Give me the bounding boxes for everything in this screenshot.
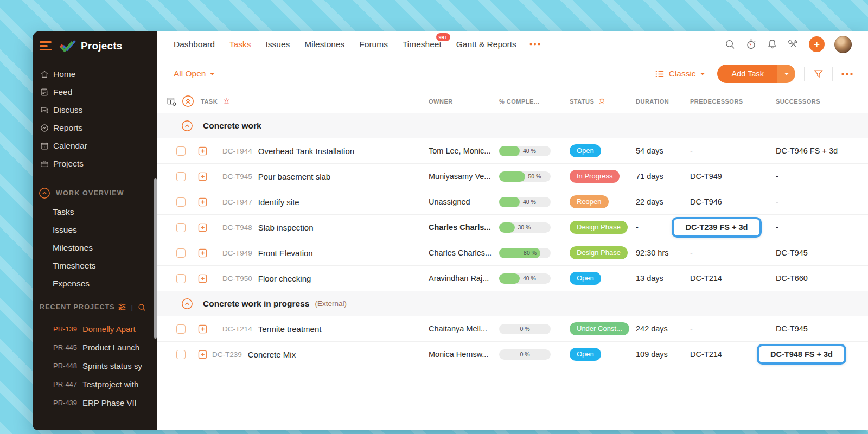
work-overview-item-timesheets[interactable]: Timesheets <box>33 257 157 275</box>
sidebar-item-reports[interactable]: Reports <box>33 119 157 137</box>
work-overview-header[interactable]: WORK OVERVIEW <box>33 186 157 201</box>
sort-sliders-icon[interactable] <box>117 302 127 312</box>
sidebar-item-feed[interactable]: Feed <box>33 83 157 101</box>
recent-project-pr-445[interactable]: PR-445 Product Launch <box>33 338 157 356</box>
project-search-icon[interactable] <box>137 303 146 312</box>
task-name[interactable]: Front Elevation <box>258 248 313 258</box>
expand-subtasks-icon[interactable] <box>198 350 207 359</box>
task-row-dc-t949[interactable]: DC-T949 Front Elevation Charles Charles.… <box>157 240 868 266</box>
column-settings-icon[interactable] <box>166 96 177 107</box>
sidebar-item-discuss[interactable]: Discuss <box>33 101 157 119</box>
task-owner[interactable]: Aravindhan Raj... <box>429 274 499 283</box>
work-overview-item-expenses[interactable]: Expenses <box>33 275 157 292</box>
sidebar-item-calendar[interactable]: Calendar <box>33 137 157 155</box>
status-badge[interactable]: In Progress <box>570 170 620 183</box>
task-name[interactable]: Slab inspection <box>258 223 314 232</box>
predecessor-value[interactable]: DC-T239 FS + 3d <box>672 217 762 238</box>
task-checkbox[interactable] <box>176 350 186 359</box>
task-row-dc-t948[interactable]: DC-T948 Slab inspection Charles Charls..… <box>157 215 868 240</box>
successor-value[interactable]: - <box>776 197 778 206</box>
task-row-dc-t944[interactable]: DC-T944 Overhead Tank Installation Tom L… <box>157 138 868 164</box>
status-badge[interactable]: Under Const... <box>570 322 629 335</box>
collapse-all-icon[interactable] <box>182 95 194 107</box>
sidebar-scrollbar[interactable] <box>154 178 157 339</box>
more-options-icon[interactable] <box>841 73 853 75</box>
status-badge[interactable]: Open <box>570 348 601 361</box>
expand-subtasks-icon[interactable] <box>198 248 207 258</box>
status-badge[interactable]: Design Phase <box>570 221 628 234</box>
expand-subtasks-icon[interactable] <box>198 223 207 232</box>
task-group-header[interactable]: Concrete work <box>157 113 868 138</box>
task-owner[interactable]: Charles Charles... <box>429 248 499 257</box>
filter-funnel-icon[interactable] <box>813 69 824 79</box>
topnav-item-forums[interactable]: Forums <box>359 40 388 49</box>
status-badge[interactable]: Reopen <box>570 195 609 208</box>
expand-subtasks-icon[interactable] <box>198 172 207 181</box>
successor-value[interactable]: DC-T660 <box>776 274 808 283</box>
predecessor-value[interactable]: - <box>690 146 693 155</box>
add-new-button[interactable]: + <box>809 36 825 52</box>
task-name[interactable]: Identify site <box>258 197 299 207</box>
group-collapse-icon[interactable] <box>181 298 193 310</box>
recent-project-pr-447[interactable]: PR-447 Testproject with <box>33 375 157 393</box>
column-task[interactable]: TASK <box>201 98 218 105</box>
tools-icon[interactable] <box>788 39 799 50</box>
add-task-split-button[interactable]: Add Task <box>717 65 795 83</box>
predecessor-value[interactable]: DC-T214 <box>690 350 722 359</box>
nav-more-icon[interactable] <box>529 43 540 46</box>
successor-value[interactable]: DC-T945 <box>776 324 808 333</box>
task-checkbox[interactable] <box>176 248 186 258</box>
task-name[interactable]: Termite treatment <box>258 324 322 334</box>
recent-project-pr-139[interactable]: PR-139 Donnelly Apart <box>33 320 157 338</box>
successor-value[interactable]: DC-T948 FS + 3d <box>757 344 846 365</box>
task-filter-dropdown[interactable]: All Open <box>174 69 215 79</box>
search-icon[interactable] <box>724 39 736 50</box>
task-row-dc-t947[interactable]: DC-T947 Identify site Unassigned 40 % Re… <box>157 189 868 215</box>
expand-subtasks-icon[interactable] <box>198 146 207 156</box>
work-overview-item-issues[interactable]: Issues <box>33 221 157 239</box>
recent-project-pr-448[interactable]: PR-448 Sprints status sy <box>33 356 157 375</box>
sidebar-item-home[interactable]: Home <box>33 65 157 83</box>
predecessor-value[interactable]: DC-T946 <box>690 197 722 206</box>
add-task-button[interactable]: Add Task <box>717 65 777 83</box>
task-checkbox[interactable] <box>176 172 186 181</box>
successor-value[interactable]: DC-T946 FS + 3d <box>776 146 838 155</box>
status-gear-icon[interactable] <box>598 97 606 105</box>
column-predecessors[interactable]: PREDECESSORS <box>690 98 776 105</box>
column-duration[interactable]: DURATION <box>636 98 690 105</box>
work-overview-item-tasks[interactable]: Tasks <box>33 203 157 221</box>
topnav-item-milestones[interactable]: Milestones <box>304 40 344 49</box>
topnav-item-timesheet[interactable]: Timesheet 99+ <box>403 40 442 49</box>
task-checkbox[interactable] <box>176 146 186 156</box>
expand-subtasks-icon[interactable] <box>198 274 207 283</box>
predecessor-value[interactable]: DC-T214 <box>690 274 722 283</box>
task-row-dc-t950[interactable]: DC-T950 Floor checking Aravindhan Raj...… <box>157 266 868 291</box>
status-badge[interactable]: Design Phase <box>570 246 628 259</box>
column-owner[interactable]: OWNER <box>429 98 499 105</box>
task-checkbox[interactable] <box>176 274 186 283</box>
user-avatar[interactable] <box>834 36 852 53</box>
task-owner[interactable]: Chaitanya Mell... <box>429 324 499 333</box>
task-owner[interactable]: Charles Charls... <box>429 223 499 232</box>
column-complete[interactable]: % COMPLE... <box>499 98 570 105</box>
task-name[interactable]: Pour basement slab <box>258 172 330 181</box>
task-owner[interactable]: Monica Hemsw... <box>429 350 499 359</box>
topnav-item-issues[interactable]: Issues <box>265 40 290 49</box>
task-owner[interactable]: Muniyasamy Ve... <box>429 172 499 181</box>
add-task-caret[interactable] <box>777 65 795 83</box>
group-collapse-icon[interactable] <box>181 120 193 132</box>
recent-project-pr-439[interactable]: PR-439 ERP Phase VII <box>33 393 157 412</box>
task-owner[interactable]: Tom Lee, Monic... <box>429 146 499 155</box>
topnav-item-tasks[interactable]: Tasks <box>229 40 251 49</box>
status-badge[interactable]: Open <box>570 272 601 285</box>
task-name[interactable]: Overhead Tank Installation <box>258 146 354 156</box>
timer-icon[interactable] <box>745 39 757 50</box>
successor-value[interactable]: - <box>776 223 778 232</box>
notifications-bell-icon[interactable] <box>767 39 778 50</box>
task-row-dc-t214[interactable]: DC-T214 Termite treatment Chaitanya Mell… <box>157 316 868 342</box>
work-overview-item-milestones[interactable]: Milestones <box>33 239 157 257</box>
predecessor-value[interactable]: - <box>690 324 693 333</box>
topnav-item-dashboard[interactable]: Dashboard <box>174 40 215 49</box>
predecessor-value[interactable]: DC-T949 <box>690 172 722 181</box>
hamburger-menu-icon[interactable] <box>40 41 52 50</box>
